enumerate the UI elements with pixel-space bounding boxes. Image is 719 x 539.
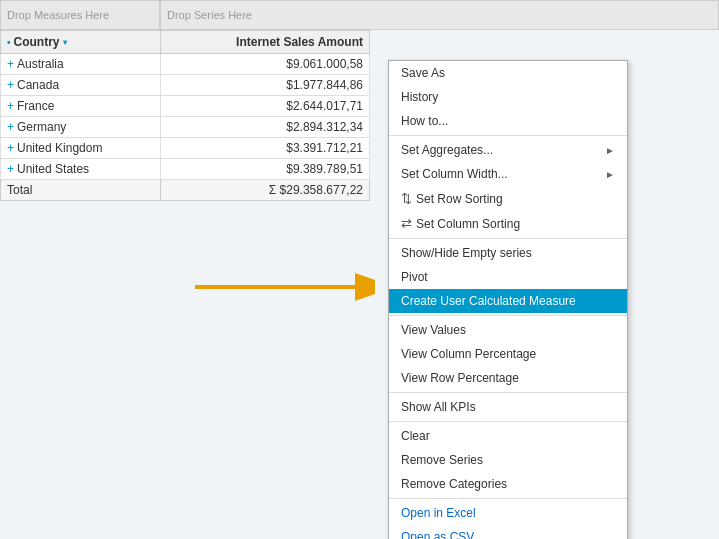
data-table: • Country ▾ Internet Sales Amount +Austr…: [0, 30, 370, 201]
menu-label: Show All KPIs: [401, 400, 476, 414]
menu-item-open-in-excel[interactable]: Open in Excel: [389, 501, 627, 525]
country-name: Canada: [17, 78, 59, 92]
table-row: +Australia$9.061.000,58: [1, 54, 370, 75]
plus-icon[interactable]: +: [7, 141, 14, 155]
menu-label: How to...: [401, 114, 448, 128]
menu-label: View Column Percentage: [401, 347, 536, 361]
data-table-wrapper: • Country ▾ Internet Sales Amount +Austr…: [0, 30, 370, 201]
menu-label: Create User Calculated Measure: [401, 294, 576, 308]
total-row: Total Σ $29.358.677,22: [1, 180, 370, 201]
drop-series-zone[interactable]: Drop Series Here: [160, 0, 719, 30]
menu-item-how-to[interactable]: How to...: [389, 109, 627, 133]
menu-item-show-all-kpis[interactable]: Show All KPIs: [389, 395, 627, 419]
menu-separator: [389, 421, 627, 422]
menu-label: History: [401, 90, 438, 104]
drop-zones-row: Drop Measures Here Drop Series Here: [0, 0, 719, 30]
table-row: +Canada$1.977.844,86: [1, 75, 370, 96]
country-name: France: [17, 99, 54, 113]
country-cell: +United Kingdom: [1, 138, 161, 159]
country-cell: +United States: [1, 159, 161, 180]
row-sort-icon: ⇅: [401, 191, 412, 206]
submenu-arrow-icon: ►: [605, 169, 615, 180]
menu-item-view-column-pct[interactable]: View Column Percentage: [389, 342, 627, 366]
table-row: +United States$9.389.789,51: [1, 159, 370, 180]
menu-item-view-values[interactable]: View Values: [389, 318, 627, 342]
menu-item-remove-categories[interactable]: Remove Categories: [389, 472, 627, 496]
plus-icon[interactable]: +: [7, 99, 14, 113]
country-column-header[interactable]: • Country ▾: [1, 31, 161, 54]
country-cell: +Australia: [1, 54, 161, 75]
menu-separator: [389, 315, 627, 316]
country-dropdown-icon[interactable]: ▾: [63, 38, 67, 47]
arrow-indicator: [195, 270, 375, 308]
table-row: +Germany$2.894.312,34: [1, 117, 370, 138]
menu-separator: [389, 238, 627, 239]
menu-label: Set Aggregates...: [401, 143, 493, 157]
country-header-label: Country: [14, 35, 60, 49]
menu-item-show-hide-empty[interactable]: Show/Hide Empty series: [389, 241, 627, 265]
menu-label: Open in Excel: [401, 506, 476, 520]
table-body: +Australia$9.061.000,58+Canada$1.977.844…: [1, 54, 370, 180]
table-header-row: • Country ▾ Internet Sales Amount: [1, 31, 370, 54]
menu-item-save-as[interactable]: Save As: [389, 61, 627, 85]
country-name: United States: [17, 162, 89, 176]
amount-column-header[interactable]: Internet Sales Amount: [160, 31, 369, 54]
menu-item-set-row-sorting[interactable]: ⇅Set Row Sorting: [389, 186, 627, 211]
menu-separator: [389, 392, 627, 393]
amount-cell: $2.894.312,34: [160, 117, 369, 138]
menu-label: Set Column Width...: [401, 167, 508, 181]
menu-item-set-aggregates[interactable]: Set Aggregates...►: [389, 138, 627, 162]
menu-label: Pivot: [401, 270, 428, 284]
menu-item-remove-series[interactable]: Remove Series: [389, 448, 627, 472]
menu-label: Remove Series: [401, 453, 483, 467]
country-cell: +France: [1, 96, 161, 117]
menu-item-set-column-sorting[interactable]: ⇄Set Column Sorting: [389, 211, 627, 236]
plus-icon[interactable]: +: [7, 78, 14, 92]
menu-item-clear[interactable]: Clear: [389, 424, 627, 448]
country-name: United Kingdom: [17, 141, 102, 155]
menu-label: Set Column Sorting: [416, 217, 520, 231]
menu-label: View Row Percentage: [401, 371, 519, 385]
country-name: Germany: [17, 120, 66, 134]
plus-icon[interactable]: +: [7, 162, 14, 176]
submenu-arrow-icon: ►: [605, 145, 615, 156]
menu-separator: [389, 135, 627, 136]
menu-label: Clear: [401, 429, 430, 443]
menu-item-set-column-width[interactable]: Set Column Width...►: [389, 162, 627, 186]
menu-label: Open as CSV: [401, 530, 474, 539]
menu-item-view-row-pct[interactable]: View Row Percentage: [389, 366, 627, 390]
country-cell: +Canada: [1, 75, 161, 96]
menu-label: Save As: [401, 66, 445, 80]
context-menu: Save AsHistoryHow to...Set Aggregates...…: [388, 60, 628, 539]
menu-item-pivot[interactable]: Pivot: [389, 265, 627, 289]
menu-label: Remove Categories: [401, 477, 507, 491]
total-label: Total: [1, 180, 161, 201]
plus-icon[interactable]: +: [7, 120, 14, 134]
menu-item-open-as-csv[interactable]: Open as CSV: [389, 525, 627, 539]
menu-label: Set Row Sorting: [416, 192, 503, 206]
drop-measures-label: Drop Measures Here: [7, 9, 109, 21]
plus-icon[interactable]: +: [7, 57, 14, 71]
sort-dot-icon: •: [7, 37, 11, 48]
total-amount: Σ $29.358.677,22: [160, 180, 369, 201]
amount-cell: $3.391.712,21: [160, 138, 369, 159]
amount-cell: $9.389.789,51: [160, 159, 369, 180]
menu-item-create-measure[interactable]: Create User Calculated Measure: [389, 289, 627, 313]
amount-header-label: Internet Sales Amount: [236, 35, 363, 49]
menu-label: Show/Hide Empty series: [401, 246, 532, 260]
amount-cell: $9.061.000,58: [160, 54, 369, 75]
menu-label: View Values: [401, 323, 466, 337]
col-sort-icon: ⇄: [401, 216, 412, 231]
amount-cell: $2.644.017,71: [160, 96, 369, 117]
menu-separator: [389, 498, 627, 499]
country-cell: +Germany: [1, 117, 161, 138]
table-row: +France$2.644.017,71: [1, 96, 370, 117]
drop-measures-zone[interactable]: Drop Measures Here: [0, 0, 160, 30]
main-container: Drop Measures Here Drop Series Here • Co…: [0, 0, 719, 539]
country-name: Australia: [17, 57, 64, 71]
drop-series-label: Drop Series Here: [167, 9, 252, 21]
table-row: +United Kingdom$3.391.712,21: [1, 138, 370, 159]
arrow-svg: [195, 270, 375, 305]
amount-cell: $1.977.844,86: [160, 75, 369, 96]
menu-item-history[interactable]: History: [389, 85, 627, 109]
